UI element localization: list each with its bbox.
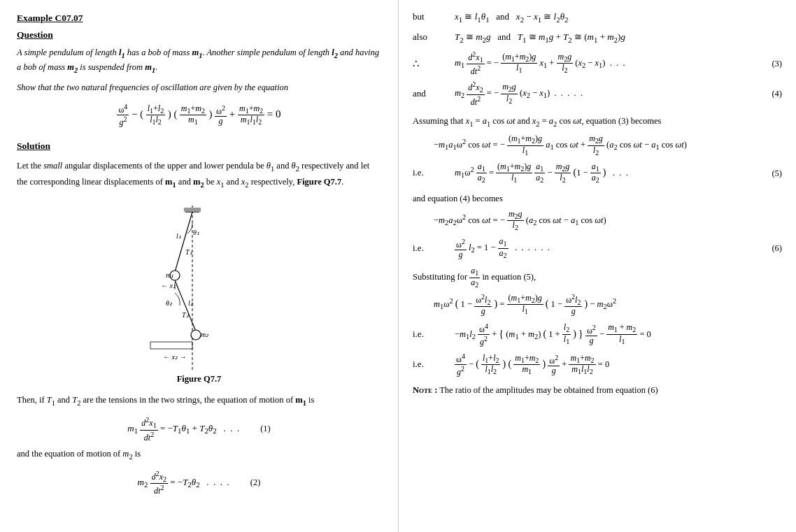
eq1-num: (1)	[260, 424, 271, 434]
eq4-num: (4)	[754, 87, 782, 101]
but-label: but	[413, 10, 455, 24]
and-label: and	[413, 87, 455, 101]
svg-text:θ₂: θ₂	[166, 299, 173, 307]
but-content: x1 ≅ l1θ1 and x2 − x1 ≅ l2θ2	[455, 10, 782, 26]
svg-text:l₂: l₂	[188, 299, 194, 307]
left-panel: Example C07.07 Question A simple pendulu…	[0, 0, 399, 532]
eq2-num: (2)	[250, 477, 261, 488]
figure-svg: θ₁ l₁ T₁ m₁ ← x₁ θ₂ l₂ T₂ m₂	[122, 202, 276, 370]
eq2-intro: and the equation of motion of m2 is	[17, 447, 381, 463]
ie2b-content: −m1l2 ω4g2 + { (m1 + m2) ( 1 + l2l1 ) } …	[455, 322, 782, 347]
svg-text:l₁: l₁	[176, 232, 181, 240]
figure-area: θ₁ l₁ T₁ m₁ ← x₁ θ₂ l₂ T₂ m₂	[17, 202, 381, 384]
svg-text:← x₁: ← x₁	[161, 282, 176, 289]
therefore-label: ∴	[413, 55, 455, 72]
eq3-num: (3)	[754, 57, 782, 71]
svg-text:T₂: T₂	[182, 311, 190, 319]
svg-point-15	[191, 330, 201, 340]
eq3-content: m1 d2x1dt2 = − (m1+m2)gl1 x1 + m2gl2 (x2…	[455, 50, 754, 77]
solution-text: Let the small angular displacements of t…	[17, 159, 381, 191]
eq5-row: i.e. m1ω2 a1a2 = (m1+m2)gl1 a1a2 − m2gl2…	[413, 162, 782, 185]
eq6-content: ω2g l2 = 1 − a1a2 . . . . . .	[455, 237, 754, 259]
eq4-expanded: −m2a2ω2 cos ωt = − m2gl2 (a2 cos ωt − a1…	[413, 210, 782, 232]
eq4-row: and m2 d2x2dt2 = − m2gl2 (x2 − x1) . . .…	[413, 80, 782, 107]
and-eq4-text: and equation (4) becomes	[413, 192, 782, 206]
subst-row: Substituting for a1a2 in equation (5),	[413, 266, 782, 289]
assuming-text: Assuming that x1 = a1 cos ωt and x2 = a2…	[413, 114, 782, 130]
show-text: Show that the two natural frequencies of…	[17, 82, 381, 93]
ie2b-label: i.e.	[413, 327, 455, 342]
right-panel: but x1 ≅ l1θ1 and x2 − x1 ≅ l2θ2 also T2…	[399, 0, 796, 532]
equation-2: m2 d2x2dt2 = −T2θ2 . . . . (2)	[17, 470, 381, 496]
ie-label: i.e.	[413, 166, 455, 180]
but-row: but x1 ≅ l1θ1 and x2 − x1 ≅ l2θ2	[413, 10, 782, 26]
also-row: also T2 ≅ m2g and T1 ≅ m1g + T2 ≅ (m1 + …	[413, 30, 782, 46]
also-content: T2 ≅ m2g and T1 ≅ m1g + T2 ≅ (m1 + m2)g	[455, 30, 782, 46]
example-title: Example C07.07	[17, 13, 381, 24]
main-formula: ω4g2 − ( l1+l2l1l2 ) ( m1+m2m1 ) ω2g + m…	[17, 103, 381, 127]
ie2b-row: i.e. −m1l2 ω4g2 + { (m1 + m2) ( 1 + l2l1…	[413, 322, 782, 347]
svg-text:m₁: m₁	[166, 271, 173, 279]
also-label: also	[413, 30, 455, 45]
tension-text: Then, if T1 and T2 are the tensions in t…	[17, 393, 381, 409]
eq4-content: m2 d2x2dt2 = − m2gl2 (x2 − x1) . . . . .	[455, 80, 754, 107]
eq6-num: (6)	[754, 241, 782, 255]
eq5-num: (5)	[754, 166, 782, 180]
assuming-row: Assuming that x1 = a1 cos ωt and x2 = a2…	[413, 114, 782, 130]
note-label: Note :	[413, 385, 437, 395]
note-row: Note : The ratio of the amplitudes may b…	[413, 385, 782, 396]
ie3-label: i.e.	[413, 357, 455, 372]
question-label: Question	[17, 29, 381, 41]
figure-caption: Figure Q7.7	[177, 374, 222, 384]
question-text: A simple pendulum of length l1 has a bob…	[17, 46, 381, 76]
subst-text: Substituting for a1a2 in equation (5),	[413, 266, 782, 289]
svg-text:T₁: T₁	[185, 248, 192, 256]
svg-rect-2	[184, 208, 201, 212]
svg-text:m₂: m₂	[201, 331, 209, 338]
svg-text:← x₂ →: ← x₂ →	[163, 353, 186, 361]
ie3-content: ω4g2 − ( l1+l2l1l2 ) ( m1+m2m1 ) ω2g + m…	[455, 352, 782, 377]
eq3-expanded: −m1a1ω2 cos ωt = − (m1+m2)gl1 a1 cos ωt …	[413, 134, 782, 157]
subst-eq: m1ω2 ( 1 − ω2l2g ) = (m1+m2)gl1 ( 1 − ω2…	[413, 293, 782, 317]
solution-label: Solution	[17, 141, 381, 152]
ie2-label: i.e.	[413, 241, 455, 256]
ie3-row: i.e. ω4g2 − ( l1+l2l1l2 ) ( m1+m2m1 ) ω2…	[413, 352, 782, 377]
equation-1: m1 d2x1dt2 = −T1θ1 + T2θ2 . . . (1)	[17, 416, 381, 443]
eq3-row: ∴ m1 d2x1dt2 = − (m1+m2)gl1 x1 + m2gl2 (…	[413, 50, 782, 77]
svg-line-3	[175, 212, 192, 272]
eq6-row: i.e. ω2g l2 = 1 − a1a2 . . . . . . (6)	[413, 237, 782, 259]
and-eq4-row: and equation (4) becomes	[413, 192, 782, 206]
svg-text:θ₁: θ₁	[193, 229, 199, 236]
eq5-content: m1ω2 a1a2 = (m1+m2)gl1 a1a2 − m2gl2 (1 −…	[455, 162, 754, 185]
